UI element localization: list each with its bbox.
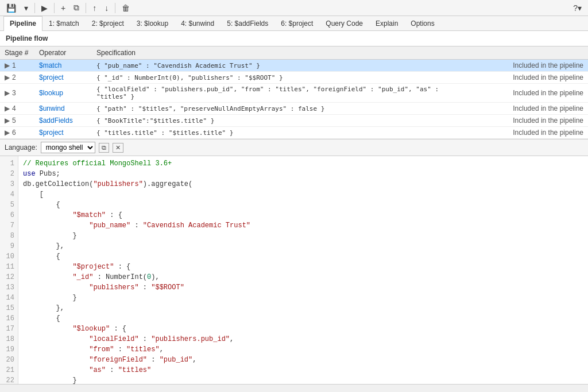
code-line: } (23, 375, 583, 384)
code-line: { (23, 200, 583, 210)
tab-project2[interactable]: 6: $project (274, 16, 319, 30)
delete-button[interactable]: 🗑 (119, 2, 133, 14)
toolbar-separator-4 (115, 3, 115, 13)
expand-icon[interactable]: ▶ (5, 117, 10, 125)
col-operator: Operator (34, 46, 92, 60)
move-up-button[interactable]: ↑ (90, 2, 99, 14)
code-line: "publishers" : "$$ROOT" (23, 282, 583, 293)
table-row[interactable]: ▶5 $addFields { "BookTitle":"$titles.tit… (0, 115, 588, 127)
operator-cell: $match (34, 60, 92, 72)
status-cell: Included in the pipeline (473, 84, 588, 103)
specification-cell: { "pub_name" : "Cavendish Academic Trust… (92, 60, 473, 72)
code-line: "as" : "titles" (23, 365, 583, 375)
help-button[interactable]: ?▾ (570, 2, 585, 14)
line-number: 10 (3, 251, 14, 262)
code-container: 1234567891011121314151617181920212223242… (0, 156, 588, 384)
expand-icon[interactable]: ▶ (5, 61, 10, 69)
tab-bar: Pipeline 1: $match 2: $project 3: $looku… (0, 16, 588, 31)
tab-project1[interactable]: 2: $project (86, 16, 130, 30)
stage-num: ▶1 (0, 60, 34, 72)
line-number: 16 (3, 313, 14, 324)
pipeline-section: Pipeline flow Stage # Operator Specifica… (0, 31, 588, 139)
specification-cell: { "titles.title" : "$titles.title" } (92, 127, 473, 139)
expand-icon[interactable]: ▶ (5, 104, 10, 112)
toolbar-separator-1 (34, 3, 35, 13)
table-row[interactable]: ▶4 $unwind { "path" : "$titles", "preser… (0, 103, 588, 115)
horizontal-scrollbar[interactable] (0, 384, 588, 392)
run-button[interactable]: ▶ (38, 2, 51, 14)
line-number: 22 (3, 375, 14, 384)
duplicate-button[interactable]: ⧉ (71, 1, 82, 14)
expand-icon[interactable]: ▶ (5, 129, 10, 137)
add-button[interactable]: + (58, 2, 68, 14)
line-number: 13 (3, 282, 14, 293)
col-status (473, 46, 588, 60)
code-line: "$match" : { (23, 210, 583, 220)
specification-cell: { "BookTitle":"$titles.title" } (92, 115, 473, 127)
specification-cell: { "localField" : "publishers.pub_id", "f… (92, 84, 473, 103)
line-number: 14 (3, 293, 14, 303)
save-dropdown-button[interactable]: ▾ (21, 2, 31, 14)
pipeline-table: Stage # Operator Specification ▶1 $match… (0, 46, 588, 139)
code-line: use Pubs; (23, 169, 583, 179)
code-area[interactable]: 1234567891011121314151617181920212223242… (0, 156, 588, 384)
line-number: 21 (3, 365, 14, 375)
code-line: }, (23, 241, 583, 251)
tab-match[interactable]: 1: $match (42, 16, 86, 30)
table-row[interactable]: ▶1 $match { "pub_name" : "Cavendish Acad… (0, 60, 588, 72)
line-number: 5 (3, 200, 14, 210)
table-row[interactable]: ▶3 $lookup { "localField" : "publishers.… (0, 84, 588, 103)
tab-lookup[interactable]: 3: $lookup (130, 16, 175, 30)
line-number: 1 (3, 158, 14, 169)
col-specification: Specification (92, 46, 473, 60)
move-down-button[interactable]: ↓ (102, 2, 111, 14)
save-button[interactable]: 💾 (3, 2, 19, 14)
tab-querycode[interactable]: Query Code (319, 16, 369, 30)
expand-icon[interactable]: ▶ (5, 73, 10, 81)
table-row[interactable]: ▶2 $project { "_id" : NumberInt(0), "pub… (0, 72, 588, 84)
tab-addfields[interactable]: 5: $addFields (220, 16, 274, 30)
toolbar-separator-2 (54, 3, 55, 13)
line-numbers: 1234567891011121314151617181920212223242… (0, 156, 18, 384)
operator-cell: $unwind (34, 103, 92, 115)
expand-icon[interactable]: ▶ (5, 89, 10, 97)
tab-options[interactable]: Options (404, 16, 440, 30)
copy-button[interactable]: ⧉ (99, 143, 109, 153)
code-line: "_id" : NumberInt(0), (23, 272, 583, 282)
pipeline-title: Pipeline flow (0, 31, 588, 46)
line-number: 8 (3, 231, 14, 241)
line-number: 20 (3, 355, 14, 365)
code-line: { (23, 251, 583, 262)
tab-explain[interactable]: Explain (369, 16, 404, 30)
specification-cell: { "path" : "$titles", "preserveNullAndEm… (92, 103, 473, 115)
operator-cell: $project (34, 72, 92, 84)
code-line: "$lookup" : { (23, 324, 583, 334)
status-cell: Included in the pipeline (473, 103, 588, 115)
line-number: 4 (3, 189, 14, 200)
line-number: 6 (3, 210, 14, 220)
tab-pipeline[interactable]: Pipeline (3, 16, 42, 31)
toolbar-separator-3 (86, 3, 86, 13)
status-cell: Included in the pipeline (473, 60, 588, 72)
line-number: 19 (3, 344, 14, 355)
language-select[interactable]: mongo shell Python Java C# Node.js (41, 142, 95, 153)
line-number: 11 (3, 262, 14, 272)
code-line: } (23, 293, 583, 303)
status-cell: Included in the pipeline (473, 115, 588, 127)
table-row[interactable]: ▶6 $project { "titles.title" : "$titles.… (0, 127, 588, 139)
line-number: 2 (3, 169, 14, 179)
tab-unwind[interactable]: 4: $unwind (175, 16, 220, 30)
toolbar: 💾 ▾ ▶ + ⧉ ↑ ↓ 🗑 ?▾ (0, 0, 588, 16)
language-label: Language: (5, 143, 37, 152)
code-line: "localField" : "publishers.pub_id", (23, 334, 583, 344)
stage-num: ▶6 (0, 127, 34, 139)
operator-cell: $addFields (34, 115, 92, 127)
code-content: // Requires official MongoShell 3.6+use … (18, 156, 588, 384)
specification-cell: { "_id" : NumberInt(0), "publishers" : "… (92, 72, 473, 84)
status-cell: Included in the pipeline (473, 127, 588, 139)
line-number: 9 (3, 241, 14, 251)
line-number: 15 (3, 303, 14, 313)
code-line: // Requires official MongoShell 3.6+ (23, 158, 583, 169)
code-line: "from" : "titles", (23, 344, 583, 355)
clear-button[interactable]: ✕ (113, 143, 123, 153)
